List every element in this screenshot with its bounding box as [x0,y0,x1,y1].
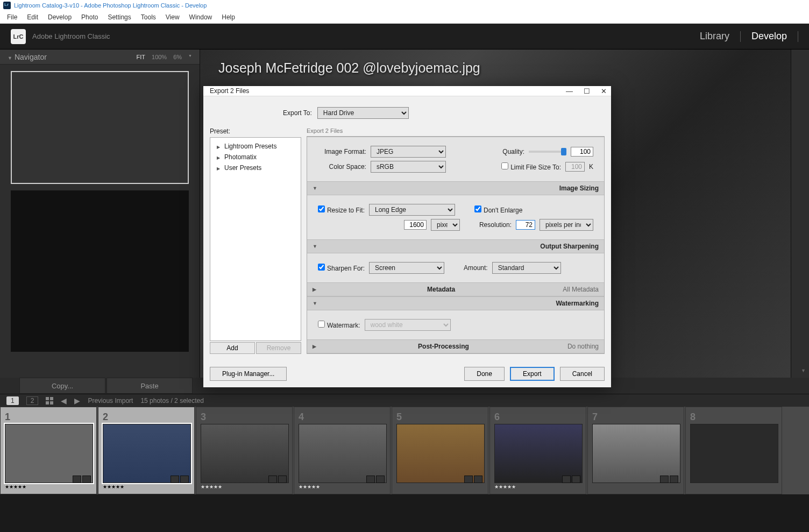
menu-photo[interactable]: Photo [76,12,103,23]
export-button[interactable]: Export [510,367,555,381]
dialog-titlebar[interactable]: Export 2 Files — ☐ ✕ [203,86,611,96]
image-format-label: Image Format: [318,148,366,155]
menu-edit[interactable]: Edit [22,12,43,23]
quality-slider[interactable] [529,151,566,153]
right-panel-collapsed[interactable]: ▼ [791,49,809,378]
section-watermarking[interactable]: Watermarking [307,296,604,310]
size-unit-select[interactable]: pixels [431,219,460,231]
badge-icon[interactable] [268,476,277,483]
minimize-icon[interactable]: — [566,87,573,95]
thumbnail[interactable]: 7 [587,407,684,494]
source-label[interactable]: Previous Import [88,397,133,405]
module-library[interactable]: Library [700,31,729,42]
maximize-icon[interactable]: ☐ [584,87,590,95]
zoom-custom[interactable]: 6% [173,54,182,60]
badge-icon[interactable] [73,476,81,483]
resolution-label: Resolution: [479,221,512,229]
section-metadata[interactable]: MetadataAll Metadata [307,282,604,296]
module-develop[interactable]: Develop [751,31,787,42]
section-post-processing[interactable]: Post-ProcessingDo nothing [307,339,604,353]
section-image-sizing[interactable]: Image Sizing [307,181,604,195]
badge-icon[interactable] [180,476,189,483]
badge-icon[interactable] [464,476,473,483]
close-icon[interactable]: ✕ [601,87,607,95]
preset-lightroom[interactable]: Lightroom Presets [214,141,297,152]
thumbnail[interactable]: 4 ★★★★★ [294,407,391,494]
app-icon: LrC [11,29,26,44]
limit-size-checkbox[interactable]: Limit File Size To: [501,162,561,171]
sharpen-checkbox[interactable]: Sharpen For: [318,264,365,272]
badge-icon[interactable] [82,476,91,483]
dialog-footer: Plug-in Manager... Done Export Cancel [203,360,611,387]
back-icon[interactable]: ◀ [61,396,67,405]
dont-enlarge-checkbox[interactable]: Don't Enlarge [474,205,522,214]
badge-icon[interactable] [366,476,375,483]
sharpen-for-select[interactable]: Screen [369,262,444,274]
resize-mode-select[interactable]: Long Edge [369,204,455,216]
done-button[interactable]: Done [464,367,505,381]
grid-icon[interactable] [46,397,53,405]
preset-list[interactable]: Lightroom Presets Photomatix User Preset… [210,137,301,341]
navigator-header[interactable]: ▼Navigator FIT 100% 6% ▼ [0,49,200,65]
thumbnail[interactable]: 1 ★★★★★ [0,407,97,494]
menu-settings[interactable]: Settings [103,12,136,23]
paste-button[interactable]: Paste [107,378,193,394]
preset-photomatix[interactable]: Photomatix [214,152,297,162]
cancel-button[interactable]: Cancel [560,367,605,381]
badge-icon[interactable] [376,476,385,483]
filmstrip[interactable]: 1 ★★★★★ 2 ★★★★★ 3 ★★★★★ 4 ★★★★★ 5 6 ★★★★… [0,407,809,494]
export-to-select[interactable]: Hard Drive [317,107,409,119]
thumbnail[interactable]: 6 ★★★★★ [489,407,586,494]
sharpen-amount-select[interactable]: Standard [492,262,561,274]
watermark-select: wood white [365,319,451,331]
image-format-select[interactable]: JPEG [371,146,446,158]
badge-icon[interactable] [474,476,482,483]
menu-develop[interactable]: Develop [43,12,76,23]
menu-window[interactable]: Window [184,12,217,23]
menu-help[interactable]: Help [217,12,240,23]
view-primary[interactable]: 1 [6,396,19,405]
zoom-100[interactable]: 100% [152,54,167,60]
badge-icon[interactable] [660,476,669,483]
thumbnail[interactable]: 5 [392,407,488,494]
resolution-input[interactable] [516,220,535,230]
forward-icon[interactable]: ▶ [74,396,80,405]
copy-button[interactable]: Copy... [19,378,105,394]
app-name: Adobe Lightroom Classic [32,32,110,40]
menu-file[interactable]: File [2,12,22,23]
expand-icon[interactable]: ▼ [801,368,806,373]
color-space-select[interactable]: sRGB [371,161,446,173]
menu-tools[interactable]: Tools [136,12,161,23]
quality-label: Quality: [502,148,524,155]
resize-checkbox[interactable]: Resize to Fit: [318,205,365,214]
badge-icon[interactable] [572,476,580,483]
thumb-image [103,424,191,483]
zoom-fit[interactable]: FIT [137,54,146,60]
plugin-manager-button[interactable]: Plug-in Manager... [210,367,287,381]
export-settings[interactable]: Image Format: JPEG Quality: Color Space:… [307,136,605,354]
watermark-checkbox[interactable]: Watermark: [318,321,360,329]
quality-input[interactable] [571,147,593,157]
size-input[interactable] [404,220,427,230]
zoom-dropdown-icon[interactable]: ▼ [188,54,192,60]
resolution-unit-select[interactable]: pixels per inch [540,219,593,231]
menu-view[interactable]: View [161,12,184,23]
thumb-image [396,424,485,483]
remove-preset-button: Remove [256,342,301,354]
thumb-image [592,424,680,483]
preset-user[interactable]: User Presets [214,162,297,173]
badge-icon[interactable] [171,476,179,483]
section-output-sharpening[interactable]: Output Sharpening [307,239,604,253]
view-secondary[interactable]: 2 [26,396,39,405]
thumbnail[interactable]: 3 ★★★★★ [196,407,293,494]
thumbnail[interactable]: 8 [685,407,782,494]
thumb-number: 4 [299,412,386,423]
badge-icon[interactable] [562,476,571,483]
thumbnail[interactable]: 2 ★★★★★ [98,407,195,494]
badge-icon[interactable] [278,476,287,483]
navigator-preview[interactable] [11,71,189,184]
add-preset-button[interactable]: Add [210,342,255,354]
badge-icon[interactable] [670,476,678,483]
thumb-image [494,424,583,483]
thumb-image [201,424,289,483]
